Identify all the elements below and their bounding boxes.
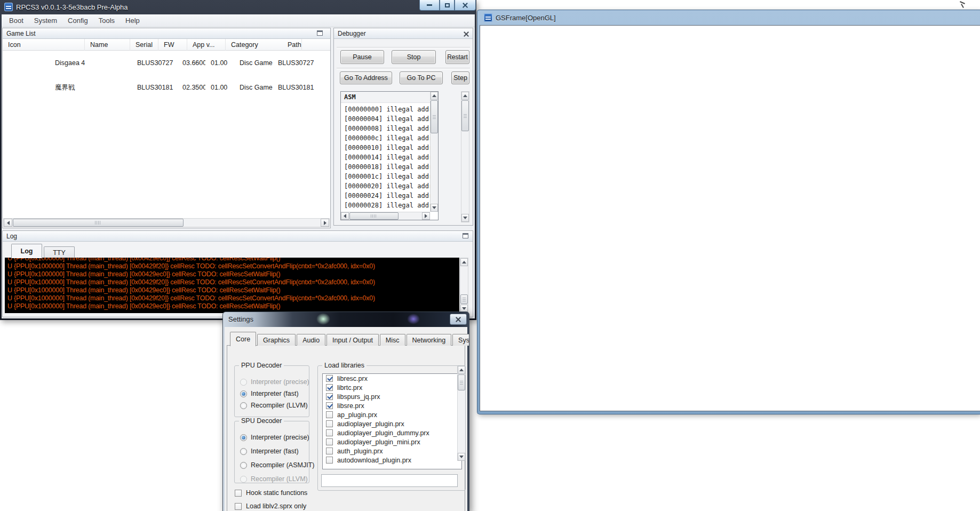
scroll-up-button[interactable] xyxy=(461,92,469,100)
goto-pc-button[interactable]: Go To PC xyxy=(400,71,443,84)
settings-tab[interactable]: Misc xyxy=(380,334,405,346)
asm-horizontal-scrollbar[interactable] xyxy=(341,212,430,220)
game-row[interactable]: Disgaea 3 魔界戦 BLUS30181 02.3500 01.00 Di… xyxy=(3,75,330,100)
scroll-thumb[interactable] xyxy=(461,100,469,131)
radio-option[interactable]: Interpreter (fast) xyxy=(240,447,299,456)
library-filter-input[interactable] xyxy=(321,474,458,487)
restart-button[interactable]: Restart xyxy=(445,50,469,64)
library-item[interactable]: libresc.prx xyxy=(323,374,461,383)
scroll-thumb[interactable] xyxy=(458,374,465,390)
pause-button[interactable]: Pause xyxy=(340,50,384,64)
asm-row[interactable]: [00000004] illegal addre xyxy=(341,114,430,124)
scroll-thumb[interactable] xyxy=(349,212,399,220)
log-tab[interactable]: Log xyxy=(11,244,42,258)
scroll-right-button[interactable] xyxy=(321,219,329,227)
library-item[interactable]: audioplayer_plugin_dummy.prx xyxy=(323,428,461,437)
asm-row[interactable]: [00000024] illegal addre xyxy=(341,191,430,201)
asm-row[interactable]: [0000001c] illegal addre xyxy=(341,172,430,181)
radio-icon xyxy=(240,462,247,469)
asm-row[interactable]: [00000028] illegal addre xyxy=(341,201,430,210)
debugger-vertical-scrollbar[interactable] xyxy=(461,91,469,222)
game-row[interactable]: Disgaea 4 Disgaea 4 BLUS30727 03.6600 01… xyxy=(3,51,330,75)
radio-option[interactable]: Interpreter (precise) xyxy=(240,433,309,442)
close-button[interactable] xyxy=(455,0,476,11)
settings-tab[interactable]: Input / Output xyxy=(326,334,379,346)
scroll-left-button[interactable] xyxy=(4,219,12,227)
checkbox-icon xyxy=(326,393,333,400)
menu-item[interactable]: Config xyxy=(62,15,93,26)
column-header[interactable]: Category xyxy=(226,39,282,51)
radio-option[interactable]: Recompiler (LLVM) xyxy=(240,475,308,483)
scroll-right-button[interactable] xyxy=(422,212,430,220)
step-button[interactable]: Step xyxy=(451,71,469,84)
minimize-button[interactable] xyxy=(419,0,440,11)
settings-tab[interactable]: Graphics xyxy=(257,334,296,346)
game-name: Disgaea 4 xyxy=(50,59,132,67)
asm-row[interactable]: [00000014] illegal addre xyxy=(341,153,430,162)
column-header[interactable]: Serial xyxy=(130,39,158,51)
settings-tab[interactable]: System xyxy=(452,334,469,346)
scroll-thumb[interactable] xyxy=(13,219,184,227)
log-vertical-scrollbar[interactable] xyxy=(460,258,468,313)
scroll-down-button[interactable] xyxy=(431,204,438,212)
checkbox-icon xyxy=(326,438,333,445)
menu-item[interactable]: System xyxy=(29,15,62,26)
scroll-left-button[interactable] xyxy=(341,212,349,220)
settings-close-button[interactable] xyxy=(450,314,467,325)
checkbox-option[interactable]: Load liblv2.sprx only xyxy=(235,502,306,510)
column-header[interactable]: Name xyxy=(85,39,130,51)
gsframe-titlebar[interactable]: GSFrame[OpenGL] xyxy=(477,10,980,25)
asm-row[interactable]: [00000018] illegal addre xyxy=(341,162,430,172)
library-item[interactable]: auth_plugin.prx xyxy=(323,446,461,456)
column-header[interactable]: App v... xyxy=(187,39,226,51)
asm-row[interactable]: [00000000] illegal addre xyxy=(341,105,430,114)
library-item[interactable]: ap_plugin.prx xyxy=(323,410,461,419)
undock-icon[interactable] xyxy=(317,30,323,36)
scroll-up-button[interactable] xyxy=(458,366,465,374)
library-item[interactable]: audioplayer_plugin_mini.prx xyxy=(323,437,461,446)
menu-item[interactable]: Tools xyxy=(93,15,120,26)
arrow-right-icon xyxy=(324,221,326,225)
undock-icon[interactable] xyxy=(463,233,468,238)
settings-tab[interactable]: Networking xyxy=(407,334,452,346)
library-item[interactable]: audioplayer_plugin.prx xyxy=(323,419,461,428)
close-panel-icon[interactable] xyxy=(464,31,469,37)
column-header[interactable]: Path xyxy=(282,39,302,51)
scroll-down-button[interactable] xyxy=(458,453,465,461)
radio-option[interactable]: Interpreter (fast) xyxy=(240,389,299,398)
menu-item[interactable]: Boot xyxy=(4,15,29,26)
scroll-thumb[interactable] xyxy=(431,100,438,133)
radio-option[interactable]: Recompiler (LLVM) xyxy=(240,401,308,410)
asm-vertical-scrollbar[interactable] xyxy=(430,92,438,212)
asm-header[interactable]: ASM xyxy=(341,92,430,103)
asm-row[interactable]: [00000008] illegal addre xyxy=(341,124,430,133)
log-console[interactable]: U {PPU[0x1000000] Thread (main_thread) [… xyxy=(5,258,459,313)
radio-option[interactable]: Interpreter (precise) xyxy=(240,378,309,386)
library-item[interactable]: librtc.prx xyxy=(323,383,461,392)
goto-address-button[interactable]: Go To Address xyxy=(340,71,392,84)
log-tab[interactable]: TTY xyxy=(44,246,75,258)
column-header[interactable]: FW xyxy=(158,39,187,51)
menu-item[interactable]: Help xyxy=(120,15,145,26)
maximize-button[interactable] xyxy=(440,0,455,11)
settings-tab[interactable]: Audio xyxy=(297,334,325,346)
library-item[interactable]: libsre.prx xyxy=(323,401,461,410)
library-item[interactable]: libspurs_jq.prx xyxy=(323,392,461,401)
log-line: U {PPU[0x1000000] Thread (main_thread) [… xyxy=(7,270,458,278)
radio-option[interactable]: Recompiler (ASMJIT) xyxy=(240,461,314,469)
checkbox-option[interactable]: Hook static functions xyxy=(235,489,307,497)
scroll-up-button[interactable] xyxy=(431,92,438,100)
scroll-thumb[interactable] xyxy=(460,294,468,304)
game-list-horizontal-scrollbar[interactable] xyxy=(3,218,330,227)
library-item[interactable]: autodownload_plugin.prx xyxy=(323,456,461,465)
asm-row[interactable]: [0000000c] illegal addre xyxy=(341,133,430,143)
asm-row[interactable]: [00000020] illegal addre xyxy=(341,181,430,191)
asm-row[interactable]: [00000010] illegal addre xyxy=(341,143,430,153)
stop-button[interactable]: Stop xyxy=(392,50,436,64)
settings-tab[interactable]: Core xyxy=(230,332,256,346)
libraries-vertical-scrollbar[interactable] xyxy=(457,366,465,461)
column-header[interactable]: Icon xyxy=(3,39,85,51)
scroll-down-button[interactable] xyxy=(461,214,469,222)
checkbox-icon xyxy=(326,457,333,464)
scroll-up-button[interactable] xyxy=(460,258,468,266)
